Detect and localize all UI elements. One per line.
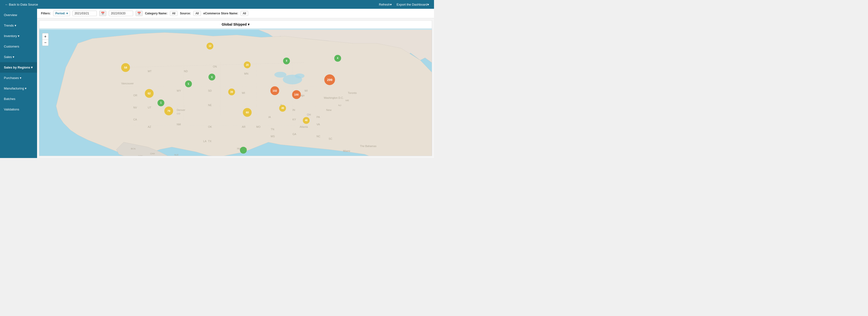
svg-point-2 [274, 72, 286, 77]
sidebar: Overview Trends ▾ Inventory ▾ Customers … [0, 9, 37, 158]
map-bubble[interactable]: 5 [185, 81, 192, 87]
sidebar-item-trends[interactable]: Trends ▾ [0, 20, 37, 31]
sidebar-item-label: Purchases ▾ [4, 76, 22, 80]
sidebar-item-inventory[interactable]: Inventory ▾ [0, 31, 37, 41]
map-container: Global Shipped ▾ + − [39, 20, 432, 156]
sidebar-item-label: Customers [4, 44, 19, 48]
sidebar-item-sales-by-regions[interactable]: Sales by Regions ▾ [0, 62, 37, 73]
zoom-out-button[interactable]: − [42, 39, 49, 46]
svg-text:SON: SON [138, 155, 143, 156]
refresh-button[interactable]: Refresh▾ [379, 3, 392, 6]
svg-text:The Bahamas: The Bahamas [360, 145, 376, 148]
map-bubble[interactable]: 58 [121, 63, 130, 72]
map-bubble[interactable]: 12 [207, 43, 213, 50]
zoom-in-button[interactable]: + [42, 33, 49, 39]
map-bubble[interactable]: 20 [244, 61, 251, 68]
sidebar-item-manufacturing[interactable]: Manufacturing ▾ [0, 83, 37, 94]
calendar-from-button[interactable]: 📅 [99, 11, 106, 16]
map-bubble[interactable]: 102 [270, 86, 279, 95]
filters-label: Filters: [41, 12, 51, 15]
svg-text:CA: CA [133, 118, 137, 121]
svg-text:Atlanta: Atlanta [300, 125, 308, 128]
svg-text:New: New [326, 108, 332, 112]
svg-text:UT: UT [148, 106, 151, 109]
sidebar-item-label: Inventory ▾ [4, 34, 20, 38]
map-bubble[interactable]: 49 [279, 105, 286, 112]
back-button[interactable]: ← Back to Data Source [5, 3, 38, 6]
svg-text:ND: ND [184, 70, 188, 73]
svg-text:Vancouver: Vancouver [121, 82, 134, 85]
map-bubble[interactable]: 299 [324, 74, 335, 85]
date-from-input[interactable] [72, 11, 97, 16]
svg-text:NLE: NLE [174, 154, 179, 156]
sidebar-item-label: Manufacturing ▾ [4, 87, 27, 90]
sidebar-item-label: Batches [4, 97, 16, 101]
map-bubble[interactable]: 48 [303, 117, 310, 124]
svg-text:OK: OK [208, 125, 212, 128]
svg-text:WI: WI [242, 91, 245, 94]
map-bubble[interactable]: 62 [145, 89, 154, 98]
sidebar-item-customers[interactable]: Customers [0, 41, 37, 52]
calendar-to-button[interactable]: 📅 [135, 11, 143, 16]
period-filter-button[interactable]: Period: ▾ [53, 11, 70, 16]
sidebar-item-label: Sales by Regions ▾ [4, 66, 33, 69]
topbar-actions: Refresh▾ Export the Dashboard▾ [379, 3, 429, 6]
date-to-input[interactable] [109, 11, 133, 16]
map-bubble[interactable]: 100 [292, 90, 301, 99]
svg-text:NJ: NJ [338, 104, 341, 106]
sidebar-item-sales[interactable]: Sales ▾ [0, 52, 37, 62]
sidebar-item-purchases[interactable]: Purchases ▾ [0, 73, 37, 83]
svg-text:CHH: CHH [150, 152, 155, 155]
source-label: Source: [180, 12, 191, 15]
zoom-controls: + − [42, 33, 49, 46]
sidebar-item-batches[interactable]: Batches [0, 94, 37, 104]
map-bubble[interactable]: 4 [334, 55, 341, 62]
svg-text:IN: IN [292, 108, 295, 112]
svg-text:SD: SD [208, 89, 212, 92]
svg-text:MO: MO [256, 125, 261, 128]
svg-text:BCN: BCN [131, 148, 135, 150]
map-svg: MT ND ON ID WY SD WI MI MN NE Denver CO … [39, 30, 432, 156]
category-name-value[interactable]: All [170, 11, 178, 16]
svg-text:NM: NM [177, 123, 181, 126]
map-title[interactable]: Global Shipped ▾ [39, 21, 432, 29]
svg-text:ON: ON [213, 65, 217, 68]
map-title-text: Global Shipped ▾ [222, 23, 249, 26]
svg-text:VA: VA [316, 123, 320, 126]
svg-text:GA: GA [292, 133, 296, 135]
svg-text:LA: LA [203, 140, 207, 143]
main-content: Filters: Period: ▾ 📅 📅 Category Name: Al… [37, 9, 434, 158]
export-button[interactable]: Export the Dashboard▾ [397, 3, 429, 6]
svg-text:NV: NV [133, 106, 137, 109]
svg-text:OR: OR [133, 94, 137, 97]
ecommerce-label: eCommerce Store Name: [203, 12, 238, 15]
map-bubble[interactable]: 39 [228, 89, 235, 95]
svg-text:CO: CO [177, 112, 180, 115]
svg-text:Washington D.C.: Washington D.C. [324, 96, 344, 99]
sidebar-item-validations[interactable]: Validations [0, 104, 37, 115]
svg-text:WI: WI [305, 89, 308, 92]
svg-text:WY: WY [177, 89, 181, 92]
map-bubble[interactable] [240, 147, 247, 154]
sidebar-item-label: Sales ▾ [4, 55, 14, 59]
sidebar-item-overview[interactable]: Overview [0, 10, 37, 20]
svg-text:Denver: Denver [177, 108, 185, 112]
map-bubble[interactable]: 1 [157, 99, 164, 106]
svg-text:Toronto: Toronto [348, 91, 357, 94]
ecommerce-value[interactable]: All [241, 11, 248, 16]
category-name-label: Category Name: [145, 12, 167, 15]
svg-point-3 [295, 73, 305, 78]
svg-text:OH: OH [307, 113, 311, 116]
source-value[interactable]: All [193, 11, 201, 16]
svg-text:IA: IA [268, 116, 271, 119]
map-bubble[interactable]: 6 [209, 74, 215, 81]
map-bubble[interactable]: 60 [243, 108, 252, 117]
svg-text:Miami: Miami [343, 150, 350, 152]
svg-text:NE: NE [208, 104, 212, 106]
map-bubble[interactable]: 8 [283, 58, 290, 64]
sidebar-item-label: Validations [4, 107, 19, 111]
svg-text:AZ: AZ [148, 125, 151, 128]
sidebar-item-label: Trends ▾ [4, 24, 16, 27]
svg-text:MT: MT [148, 70, 152, 73]
map-bubble[interactable]: 79 [164, 106, 173, 115]
